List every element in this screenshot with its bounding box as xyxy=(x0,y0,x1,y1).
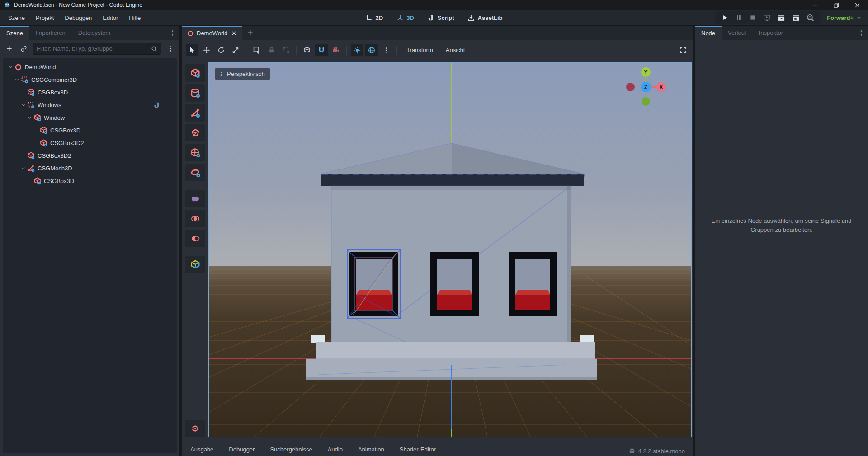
visibility-eye-icon[interactable] xyxy=(165,177,172,185)
add-node-button[interactable] xyxy=(4,43,14,54)
preview-sunlight-button[interactable] xyxy=(351,44,363,56)
menu-debuggen[interactable]: Debuggen xyxy=(59,12,97,24)
view-menu[interactable]: Ansicht xyxy=(440,47,471,53)
collapse-arrow-icon[interactable] xyxy=(20,165,27,171)
expand-viewport-button[interactable] xyxy=(677,44,689,56)
bottom-tab-debugger[interactable]: Debugger xyxy=(229,442,255,456)
visibility-eye-icon[interactable] xyxy=(165,152,172,160)
tab-dateisystem[interactable]: Dateisystem xyxy=(72,26,117,40)
workspace-script[interactable]: Script xyxy=(428,14,454,21)
gizmo-x-negative[interactable] xyxy=(626,83,635,91)
workspace-2d[interactable]: 2D xyxy=(366,14,383,21)
visibility-eye-icon[interactable] xyxy=(165,76,172,84)
workspace-3d[interactable]: 3D xyxy=(396,14,414,21)
tree-row-csgbox3d[interactable]: CSGBox3D xyxy=(3,124,177,136)
tree-row-csgbox3d[interactable]: CSGBox3D xyxy=(3,174,177,187)
tree-options-button[interactable] xyxy=(165,43,176,54)
play-scene-button[interactable] xyxy=(778,14,785,22)
axis-gizmo[interactable]: Y X Z xyxy=(624,66,668,109)
visibility-eye-icon[interactable] xyxy=(165,89,172,96)
collapse-arrow-icon[interactable] xyxy=(7,64,14,70)
gridmap-button[interactable] xyxy=(185,256,205,273)
preview-environment-button[interactable] xyxy=(365,44,378,56)
renderer-selector[interactable]: Forward+ xyxy=(827,14,862,21)
collapse-arrow-icon[interactable] xyxy=(20,102,27,108)
tree-row-csgbox3d2[interactable]: CSGBox3D2 xyxy=(3,136,177,149)
tree-row-demoworld[interactable]: DemoWorld xyxy=(3,61,177,73)
list-select-button[interactable] xyxy=(250,44,263,56)
movie-maker-mode-button[interactable] xyxy=(807,14,814,22)
preview-options-button[interactable] xyxy=(380,44,392,56)
dock-options-button[interactable] xyxy=(854,26,868,40)
visibility-eye-icon[interactable] xyxy=(165,127,172,134)
bottom-tab-shader-editor[interactable]: Shader-Editor xyxy=(400,442,436,456)
visibility-eye-icon[interactable] xyxy=(165,165,172,172)
pause-button[interactable] xyxy=(735,14,742,21)
camera-preview-button[interactable] xyxy=(330,44,342,56)
menu-projekt[interactable]: Projekt xyxy=(30,12,59,24)
local-space-button[interactable] xyxy=(301,44,313,56)
bottom-tab-animation[interactable]: Animation xyxy=(358,442,384,456)
gizmo-y-negative[interactable] xyxy=(642,97,650,106)
projection-menu[interactable]: Perspektivisch xyxy=(215,68,270,80)
tab-node[interactable]: Node xyxy=(695,26,722,40)
minimize-button[interactable] xyxy=(804,0,826,10)
csg-torus-button[interactable] xyxy=(185,164,205,181)
stop-button[interactable] xyxy=(749,14,756,21)
snap-toggle-button[interactable] xyxy=(315,44,328,56)
group-selected-button[interactable] xyxy=(279,44,292,56)
tree-row-window[interactable]: Window xyxy=(3,111,177,124)
tab-verlauf[interactable]: Verlauf xyxy=(722,26,752,40)
restore-button[interactable] xyxy=(826,0,847,10)
visibility-eye-icon[interactable] xyxy=(165,63,172,71)
visibility-eye-icon[interactable] xyxy=(165,139,172,147)
rotate-tool-button[interactable] xyxy=(215,44,227,56)
lock-selected-button[interactable] xyxy=(265,44,278,56)
csg-union-button[interactable] xyxy=(185,190,205,207)
attached-script-icon[interactable] xyxy=(153,102,160,108)
viewport-3d[interactable]: Perspektivisch Y X Z xyxy=(208,62,692,437)
close-button[interactable] xyxy=(847,0,868,10)
settings-gear-button[interactable]: ⚙ xyxy=(185,420,205,437)
collapse-arrow-icon[interactable] xyxy=(14,77,20,82)
csg-sphere-button[interactable] xyxy=(185,144,205,161)
menu-hilfe[interactable]: Hilfe xyxy=(123,12,146,24)
csg-subtraction-button[interactable] xyxy=(185,230,205,247)
play-button[interactable] xyxy=(721,14,728,21)
visibility-eye-icon[interactable] xyxy=(165,114,172,122)
csg-box-button[interactable] xyxy=(185,64,205,82)
play-custom-scene-button[interactable] xyxy=(792,14,800,22)
tab-inspektor[interactable]: Inspektor xyxy=(753,26,789,40)
tab-szene[interactable]: Szene xyxy=(0,26,29,40)
bottom-tab-suchergebnisse[interactable]: Suchergebnisse xyxy=(270,442,312,456)
scale-tool-button[interactable] xyxy=(229,44,242,56)
gizmo-x-positive[interactable]: X xyxy=(656,82,666,92)
scene-filter-input[interactable] xyxy=(37,45,148,52)
play-remote-debug-button[interactable] xyxy=(763,14,771,22)
transform-menu[interactable]: Transform xyxy=(401,47,439,53)
csg-mesh-button[interactable] xyxy=(185,104,205,122)
bottom-tab-audio[interactable]: Audio xyxy=(328,442,343,456)
dock-options-button[interactable] xyxy=(166,26,179,40)
csg-cylinder-button[interactable] xyxy=(185,84,205,102)
menu-szene[interactable]: Szene xyxy=(3,12,30,24)
close-scene-icon[interactable] xyxy=(231,30,237,36)
collapse-arrow-icon[interactable] xyxy=(26,115,33,120)
tree-row-csgbox3d2[interactable]: CSGBox3D2 xyxy=(3,149,177,162)
gizmo-z-positive[interactable]: Z xyxy=(641,82,651,92)
workspace-assetlib[interactable]: AssetLib xyxy=(468,14,503,21)
menu-editor[interactable]: Editor xyxy=(97,12,123,24)
new-scene-tab-button[interactable] xyxy=(242,26,258,40)
gizmo-y-positive[interactable]: Y xyxy=(641,67,651,77)
csg-intersection-button[interactable] xyxy=(185,210,205,227)
csg-polygon-button[interactable] xyxy=(185,124,205,141)
scene-tab-demoworld[interactable]: DemoWorld xyxy=(182,26,242,40)
tree-row-csgcombiner3d[interactable]: CSGCombiner3D xyxy=(3,73,177,86)
tree-row-windows[interactable]: Windows xyxy=(3,99,177,111)
instance-scene-button[interactable] xyxy=(18,43,29,54)
move-tool-button[interactable] xyxy=(200,44,213,56)
tab-importieren[interactable]: Importieren xyxy=(29,26,72,40)
tree-row-csgmesh3d[interactable]: CSGMesh3D xyxy=(3,162,177,174)
visibility-eye-icon[interactable] xyxy=(165,101,172,109)
tree-row-csgbox3d[interactable]: CSGBox3D xyxy=(3,86,177,99)
